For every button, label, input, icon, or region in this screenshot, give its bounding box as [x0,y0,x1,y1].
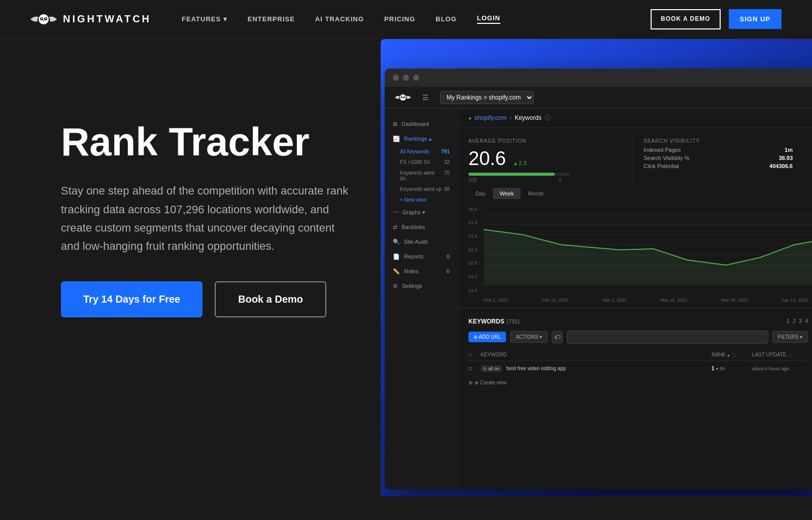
avg-pos-value-row: 20.6 ▴ 2.3 [468,148,618,170]
sign-up-button[interactable]: SIGN UP [729,9,782,29]
y-label-2: 21.0 [468,220,478,225]
engine-badge: G all on [481,365,502,372]
row-keyword: G all on best free video editing app [481,365,712,372]
svg-point-5 [400,94,406,100]
x-label-1: Feb 1, 2021 [484,298,508,303]
page-2[interactable]: 2 [793,318,796,324]
sidebar-fs-1000[interactable]: FS >1000 SV 32 [385,157,458,168]
sidebar-went-up[interactable]: Keywords went up 88 [385,184,458,194]
tab-day[interactable]: Day [468,188,493,199]
sidebar-backlinks[interactable]: ⇄ Backlinks [385,220,458,235]
avg-pos-change: ▴ 2.3 [514,160,526,167]
search-vis-label: SEARCH VISIBILITY [644,138,793,144]
notes-icon: ✏️ [393,268,400,275]
filters-button[interactable]: FILTERS ▾ [772,331,808,343]
sidebar-rankings[interactable]: 📈 Rankings ▴ [385,132,458,146]
create-view-link[interactable]: ⊕ ⊕ Create view [468,377,808,388]
row-check[interactable]: □ [468,366,481,371]
keywords-title: KEYWORDS [468,318,504,325]
x-label-4: Mar 15, 2021 [660,298,687,303]
table-row: □ G all on best free video editing app [468,361,808,377]
audit-icon: 🔍 [393,239,400,245]
chart-area: 20.0 21.0 21.5 22.0 22.5 23.0 23.5 [458,204,812,296]
x-label-3: Mar 1, 2021 [602,298,627,303]
tab-month[interactable]: Month [521,188,551,199]
logo-icon [30,11,57,27]
reports-icon: 📄 [393,253,400,260]
sidebar-reports[interactable]: 📄 Reports 0 [385,249,458,264]
sidebar-graphs[interactable]: 〰 Graphs ▾ [385,205,458,220]
nav-enterprise[interactable]: ENTERPRISE [248,15,295,23]
search-vis-row: Search Visibility % 38.93 [644,155,793,161]
chart-x-labels: Feb 1, 2021 Feb 15, 2021 Mar 1, 2021 Mar… [458,296,812,303]
y-label-5: 22.5 [468,261,478,266]
hero-section: Rank Tracker Stay one step ahead of the … [0,39,812,496]
sidebar-went-down[interactable]: Keywords went do... 70 [385,168,458,184]
indexed-pages-row: Indexed Pages 1m [644,147,793,153]
page-1[interactable]: 1 [787,318,790,324]
sidebar-dashboard[interactable]: ⊞ Dashboard [385,117,458,132]
x-label-5: Mar 28, 2021 [721,298,748,303]
nav-ai-tracking[interactable]: AI TRACKING [315,15,364,23]
brand-name: NIGHTWATCH [63,13,151,25]
app-sidebar: ⊞ Dashboard 📈 Rankings ▴ All Keywords 79… [385,109,458,490]
app-main-content: ● shopify.com › Keywords ⓘ AVERAGE POSIT… [458,109,812,490]
add-url-button[interactable]: ⊕ ADD URL [468,332,506,342]
window-dot-2 [403,75,409,81]
country-badge: on [494,366,499,371]
app-header: ☰ My Rankings > shopify.com [385,87,812,109]
chart-y-labels: 20.0 21.0 21.5 22.0 22.5 23.0 23.5 [468,204,478,296]
time-tabs: Day Week Month [458,188,812,204]
search-vis-pct-label: Search Visibility % [644,155,689,161]
keywords-section: KEYWORDS (791) 1 2 3 4 ⊕ ADD URL [458,308,812,388]
logo[interactable]: NIGHTWATCH [30,11,151,27]
book-demo-button[interactable]: BOOK A DEMO [651,9,720,29]
main-breadcrumb: ● shopify.com › Keywords ⓘ [458,109,812,128]
settings-icon: ⚙ [393,283,398,289]
actions-button[interactable]: ACTIONS ▾ [510,331,548,343]
page-4[interactable]: 4 [805,318,808,324]
nav-login[interactable]: LOGIN [477,14,500,24]
nav-blog[interactable]: BLOG [435,15,457,23]
trial-button[interactable]: Try 14 Days for Free [61,281,202,317]
x-label-2: Feb 15, 2021 [542,298,568,303]
hero-buttons: Try 14 Days for Free Book a Demo [61,281,386,317]
nav-features[interactable]: FEATURES ▾ [182,15,227,23]
sidebar-notes[interactable]: ✏️ Notes 0 [385,264,458,279]
graphs-icon: 〰 [393,209,398,215]
y-label-3: 21.5 [468,234,478,239]
main-nav: NIGHTWATCH FEATURES ▾ ENTERPRISE AI TRAC… [0,0,812,39]
dashboard-mockup: ☰ My Rankings > shopify.com ⊞ Dashboard … [381,39,812,496]
nav-pricing[interactable]: PRICING [384,15,415,23]
app-body: ⊞ Dashboard 📈 Rankings ▴ All Keywords 79… [385,109,812,490]
hero-description: Stay one step ahead of the competition w… [61,182,355,255]
stats-row: AVERAGE POSITION 20.6 ▴ 2.3 100 [458,128,812,188]
col-rank: RANK ▴ ⬚ [712,352,752,358]
col-update: LAST UPDATE ⬚ [752,352,808,358]
svg-point-9 [404,96,404,97]
tab-week[interactable]: Week [493,188,521,199]
avg-position-stat: AVERAGE POSITION 20.6 ▴ 2.3 100 [468,138,633,183]
google-icon: G [483,366,487,371]
sidebar-settings[interactable]: ⚙ Settings [385,279,458,294]
row-update: about 6 hours ago [752,366,808,371]
tag-button[interactable]: 🏷 [552,331,563,343]
progress-labels: 100 1 [468,177,618,183]
nav-links: FEATURES ▾ ENTERPRISE AI TRACKING PRICIN… [182,14,651,24]
y-label-1: 20.0 [468,207,478,212]
svg-point-4 [45,18,46,19]
page-3[interactable]: 3 [799,318,802,324]
sidebar-site-audit[interactable]: 🔍 Site Audit [385,235,458,249]
x-label-6: Apr 12, 2021 [782,298,808,303]
keyword-search[interactable] [567,331,768,344]
sidebar-new-view[interactable]: + New view [385,194,458,205]
sidebar-all-keywords[interactable]: All Keywords 791 [385,146,458,157]
breadcrumb-section: Keywords [515,114,542,121]
demo-button[interactable]: Book a Demo [215,281,326,317]
keyword-text: best free video editing app [506,366,566,371]
breadcrumb-select[interactable]: My Rankings > shopify.com [440,91,534,104]
keywords-title-area: KEYWORDS (791) [468,316,520,326]
click-potential-label: Click Potential [644,163,679,169]
window-chrome [385,69,812,87]
chart-svg [484,204,812,285]
